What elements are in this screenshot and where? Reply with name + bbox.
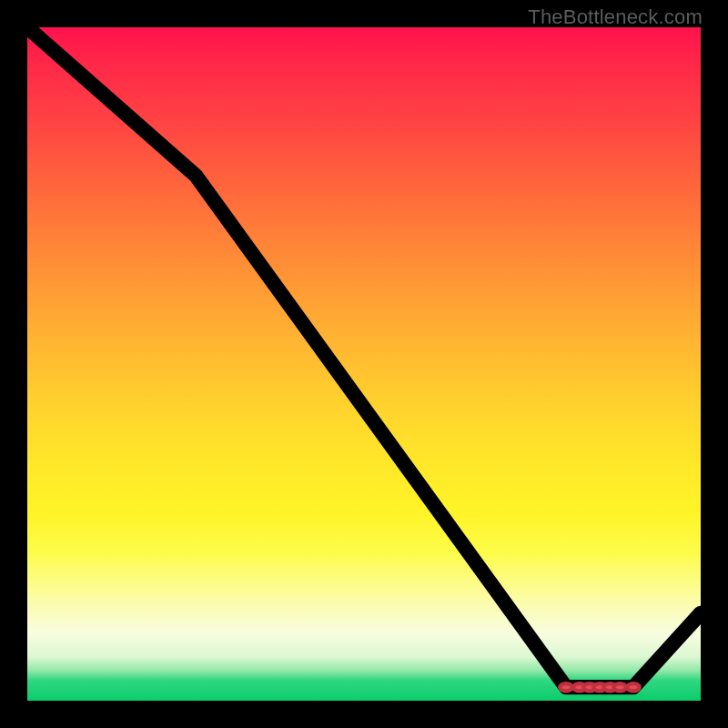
chart-marker [614, 683, 626, 691]
chart-marker-group [560, 683, 639, 691]
watermark-text: TheBottleneck.com [528, 5, 703, 29]
chart-marker-layer [27, 27, 701, 701]
chart-marker [560, 683, 571, 691]
chart-marker [627, 683, 639, 691]
